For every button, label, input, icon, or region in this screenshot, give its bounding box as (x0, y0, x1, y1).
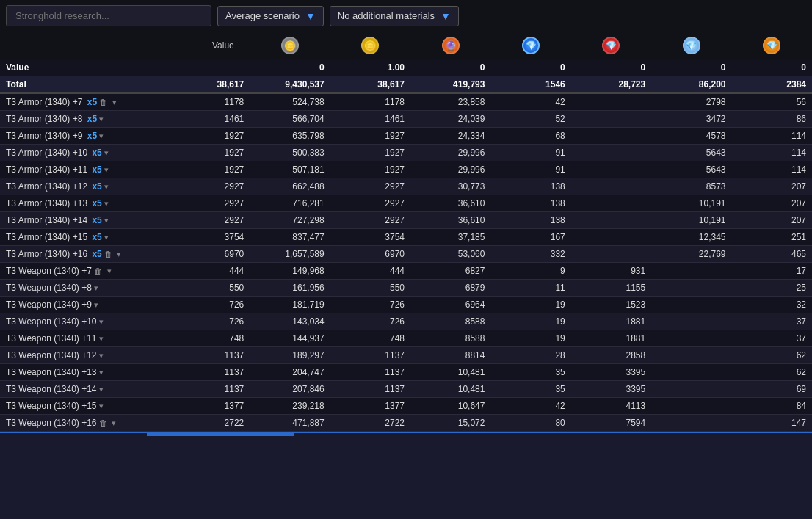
expand-chevron-icon[interactable] (99, 334, 104, 344)
search-input[interactable] (6, 5, 211, 26)
row-value: 1377 (196, 398, 250, 415)
total-row: Total 38,617 9,430,537 38,617 419,793 15… (0, 76, 812, 94)
row-blue-gem: 9 (490, 263, 570, 280)
expand-chevron-icon[interactable] (99, 402, 104, 411)
row-orange-gem: 251 (732, 229, 812, 246)
row-light-gem: 12,345 (651, 229, 731, 246)
col-header-name (0, 32, 196, 59)
row-orange-gem: 114 (732, 145, 812, 161)
expand-chevron-icon[interactable] (104, 182, 109, 192)
expand-chevron-icon[interactable] (99, 317, 104, 327)
main-table-wrapper: Value 🪙 🪙 🔮 💎 💎 (0, 32, 812, 436)
row-crystal: 6879 (410, 280, 490, 297)
row-gold: 2722 (330, 415, 410, 432)
trash-button[interactable] (99, 418, 107, 427)
expand-chevron-icon[interactable] (104, 216, 109, 225)
row-name-cell: T3 Armor (1340) +8 x5 (0, 111, 196, 128)
expand-chevron-icon[interactable] (112, 418, 116, 428)
expand-chevron-icon[interactable] (104, 199, 109, 208)
row-crystal: 36,610 (410, 212, 490, 229)
row-red-gem (571, 145, 651, 161)
row-name-cell: T3 Weapon (1340) +16 (0, 415, 196, 432)
row-gold: 1178 (330, 93, 410, 111)
row-silver: 144,937 (250, 330, 330, 347)
row-blue-gem: 138 (490, 212, 570, 229)
value-row-red-gem: 0 (571, 59, 651, 76)
value-row-silver: 0 (250, 59, 330, 76)
row-light-gem (651, 280, 731, 297)
row-gold: 2927 (330, 178, 410, 195)
materials-chevron-icon: ▼ (441, 10, 451, 22)
trash-button[interactable] (99, 98, 107, 106)
light-gem-icon: 💎 (683, 37, 700, 54)
row-value: 6970 (196, 246, 250, 263)
materials-dropdown[interactable]: No additional materials ▼ (330, 6, 459, 26)
row-orange-gem: 207 (732, 212, 812, 229)
row-crystal: 29,996 (410, 161, 490, 178)
expand-chevron-icon[interactable] (104, 233, 109, 242)
table-row: T3 Weapon (1340) +10 726143,034726858819… (0, 313, 812, 330)
row-name-cell: T3 Weapon (1340) +8 (0, 280, 196, 297)
row-orange-gem: 465 (732, 246, 812, 263)
col-header-blue-gem: 💎 (490, 32, 570, 59)
row-orange-gem: 56 (732, 93, 812, 111)
expand-chevron-icon[interactable] (94, 300, 98, 310)
row-red-gem (571, 178, 651, 195)
table-row: T3 Armor (1340) +12 x5 2927662,488292730… (0, 178, 812, 195)
scenario-dropdown[interactable]: Average scenario ▼ (217, 6, 324, 26)
row-silver: 727,298 (250, 212, 330, 229)
expand-chevron-icon[interactable] (112, 98, 117, 107)
row-value: 1137 (196, 364, 250, 381)
row-crystal: 53,060 (410, 246, 490, 263)
expand-chevron-icon[interactable] (99, 115, 104, 124)
row-silver: 207,846 (250, 381, 330, 398)
row-light-gem (651, 415, 731, 432)
row-silver: 149,968 (250, 263, 330, 280)
expand-chevron-icon[interactable] (99, 131, 104, 141)
expand-chevron-icon[interactable] (117, 250, 121, 259)
row-name-cell: T3 Armor (1340) +14 x5 (0, 212, 196, 229)
row-value: 726 (196, 313, 250, 330)
main-table: Value 🪙 🪙 🔮 💎 💎 (0, 32, 812, 432)
expand-chevron-icon[interactable] (107, 266, 112, 276)
row-crystal: 36,610 (410, 195, 490, 212)
row-orange-gem: 84 (732, 398, 812, 415)
row-light-gem: 10,191 (651, 195, 731, 212)
expand-chevron-icon[interactable] (94, 283, 98, 293)
quantity-badge: x5 (92, 232, 101, 242)
row-light-gem: 8573 (651, 178, 731, 195)
value-row-light-gem: 0 (651, 59, 731, 76)
value-row-crystal: 0 (410, 59, 490, 76)
row-crystal: 10,481 (410, 381, 490, 398)
expand-chevron-icon[interactable] (104, 165, 109, 175)
table-row: T3 Armor (1340) +7 x5 1178524,738117823,… (0, 93, 812, 111)
expand-chevron-icon[interactable] (99, 368, 104, 377)
horizontal-scrollbar[interactable] (147, 433, 294, 436)
row-light-gem: 4578 (651, 128, 731, 145)
row-name-cell: T3 Weapon (1340) +15 (0, 398, 196, 415)
row-value: 1137 (196, 347, 250, 364)
table-row: T3 Weapon (1340) +14 1137207,846113710,4… (0, 381, 812, 398)
expand-chevron-icon[interactable] (104, 148, 109, 158)
crystal-icon: 🔮 (442, 37, 460, 54)
row-name-cell: T3 Weapon (1340) +10 (0, 313, 196, 330)
quantity-badge: x5 (92, 181, 101, 192)
row-gold: 6970 (330, 246, 410, 263)
row-crystal: 29,996 (410, 145, 490, 161)
row-light-gem: 10,191 (651, 212, 731, 229)
quantity-badge: x5 (92, 164, 101, 175)
row-silver: 471,887 (250, 415, 330, 432)
row-value: 444 (196, 263, 250, 280)
expand-chevron-icon[interactable] (99, 351, 104, 360)
row-value: 3754 (196, 229, 250, 246)
row-orange-gem: 62 (732, 364, 812, 381)
trash-button[interactable] (104, 250, 112, 258)
row-red-gem (571, 229, 651, 246)
row-light-gem (651, 297, 731, 313)
row-silver: 1,657,589 (250, 246, 330, 263)
trash-button[interactable] (94, 266, 102, 275)
row-orange-gem: 207 (732, 195, 812, 212)
row-name-cell: T3 Weapon (1340) +12 (0, 347, 196, 364)
row-red-gem: 3395 (571, 364, 651, 381)
expand-chevron-icon[interactable] (99, 385, 104, 394)
